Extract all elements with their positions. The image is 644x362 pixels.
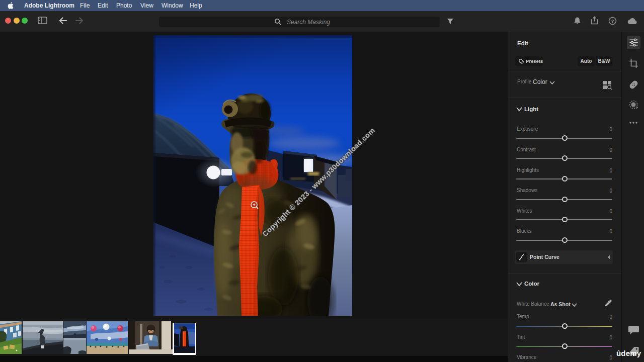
- svg-text:?: ?: [611, 18, 614, 24]
